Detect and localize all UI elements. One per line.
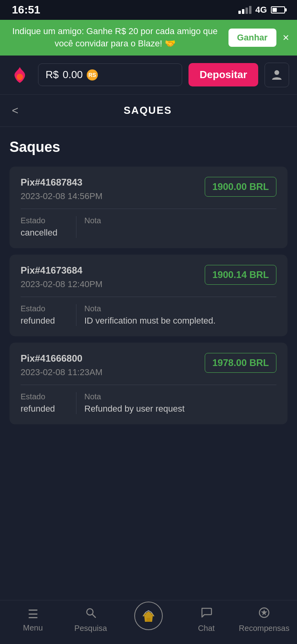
transaction-card: Pix#41687843 2023-02-08 14:56PM 1900.00 …	[10, 167, 287, 248]
svg-point-0	[17, 74, 23, 80]
tx-date: 2023-02-08 11:23AM	[21, 367, 103, 378]
tx-status: Estado refunded	[21, 304, 76, 326]
nav-item-search[interactable]: Pesquisa	[62, 607, 120, 633]
section-title: Saques	[10, 139, 287, 155]
page-header: < SAQUES	[0, 95, 297, 127]
page-title: SAQUES	[26, 104, 269, 117]
chat-icon	[200, 607, 212, 621]
promo-banner: Indique um amigo: Ganhe R$ 20 por cada a…	[0, 20, 297, 56]
status-icons: 4G	[238, 5, 285, 15]
banner-ganhar-button[interactable]: Ganhar	[228, 29, 276, 47]
tx-id: Pix#41666800	[21, 353, 103, 364]
tx-status-label: Estado	[21, 216, 68, 225]
nav-search-label: Pesquisa	[74, 624, 107, 633]
tx-divider	[21, 209, 276, 209]
tx-divider	[21, 385, 276, 385]
nav-rewards-label: Recompensas	[239, 624, 289, 633]
tx-amount: 1978.00 BRL	[205, 353, 276, 373]
status-time: 16:51	[12, 4, 40, 16]
tx-status-label: Estado	[21, 304, 68, 313]
tx-info: Pix#41673684 2023-02-08 12:40PM	[21, 265, 103, 289]
transaction-card: Pix#41666800 2023-02-08 11:23AM 1978.00 …	[10, 343, 287, 424]
deposit-button[interactable]: Depositar	[188, 63, 258, 86]
nav-item-chat[interactable]: Chat	[177, 607, 235, 633]
tx-bottom: Estado cancelled Nota	[21, 216, 276, 238]
battery-icon	[271, 6, 285, 13]
tx-note: Nota Refunded by user request	[84, 392, 276, 414]
tx-note: Nota	[84, 216, 276, 228]
home-circle	[134, 602, 163, 630]
svg-line-3	[92, 614, 95, 617]
tx-status-value: refunded	[21, 404, 68, 414]
menu-icon: ☰	[28, 607, 38, 621]
nav-item-rewards[interactable]: Recompensas	[235, 607, 293, 633]
tx-note-value: Refunded by user request	[84, 404, 276, 414]
signal-icon	[238, 6, 251, 14]
svg-marker-5	[261, 610, 267, 615]
back-button[interactable]: <	[12, 104, 18, 117]
status-bar: 16:51 4G	[0, 0, 297, 20]
bottom-nav: ☰ Menu Pesquisa Chat	[0, 600, 297, 644]
app-header: R$ 0.00 RS Depositar	[0, 56, 297, 95]
tx-note: Nota ID verification must be completed.	[84, 304, 276, 326]
tx-note-label: Nota	[84, 304, 276, 313]
banner-close-button[interactable]: ×	[283, 31, 289, 44]
tx-status-value: cancelled	[21, 228, 68, 238]
tx-top: Pix#41673684 2023-02-08 12:40PM 1900.14 …	[21, 265, 276, 289]
banner-text: Indique um amigo: Ganhe R$ 20 por cada a…	[8, 25, 222, 50]
tx-note-value: ID verification must be completed.	[84, 316, 276, 326]
tx-info: Pix#41687843 2023-02-08 14:56PM	[21, 177, 103, 201]
nav-item-home[interactable]	[120, 602, 177, 630]
nav-item-menu[interactable]: ☰ Menu	[4, 607, 62, 632]
tx-top: Pix#41666800 2023-02-08 11:23AM 1978.00 …	[21, 353, 276, 378]
tx-status: Estado cancelled	[21, 216, 76, 238]
rewards-icon	[258, 607, 270, 621]
tx-status: Estado refunded	[21, 392, 76, 414]
tx-vertical-divider	[76, 304, 76, 326]
balance-amount: 0.00	[63, 69, 83, 81]
tx-bottom: Estado refunded Nota Refunded by user re…	[21, 392, 276, 414]
transaction-card: Pix#41673684 2023-02-08 12:40PM 1900.14 …	[10, 255, 287, 336]
app-logo	[8, 63, 32, 87]
tx-divider	[21, 297, 276, 297]
tx-id: Pix#41687843	[21, 177, 103, 188]
tx-id: Pix#41673684	[21, 265, 103, 276]
tx-vertical-divider	[76, 392, 76, 414]
profile-button[interactable]	[265, 63, 289, 87]
coin-icon: RS	[87, 69, 98, 80]
tx-top: Pix#41687843 2023-02-08 14:56PM 1900.00 …	[21, 177, 276, 201]
nav-chat-label: Chat	[198, 624, 215, 633]
svg-point-1	[274, 70, 279, 75]
tx-status-label: Estado	[21, 392, 68, 401]
network-label: 4G	[255, 5, 267, 15]
tx-amount: 1900.00 BRL	[205, 177, 276, 197]
tx-note-label: Nota	[84, 216, 276, 225]
content-area: Saques Pix#41687843 2023-02-08 14:56PM 1…	[0, 127, 297, 490]
tx-bottom: Estado refunded Nota ID verification mus…	[21, 304, 276, 326]
tx-vertical-divider	[76, 216, 76, 238]
balance-prefix: R$	[46, 69, 59, 81]
balance-display: R$ 0.00 RS	[38, 63, 182, 86]
search-icon	[85, 607, 97, 621]
tx-status-value: refunded	[21, 316, 68, 326]
tx-amount: 1900.14 BRL	[205, 265, 276, 285]
tx-info: Pix#41666800 2023-02-08 11:23AM	[21, 353, 103, 378]
tx-date: 2023-02-08 14:56PM	[21, 191, 103, 201]
tx-note-label: Nota	[84, 392, 276, 401]
tx-date: 2023-02-08 12:40PM	[21, 279, 103, 289]
nav-menu-label: Menu	[23, 623, 43, 632]
